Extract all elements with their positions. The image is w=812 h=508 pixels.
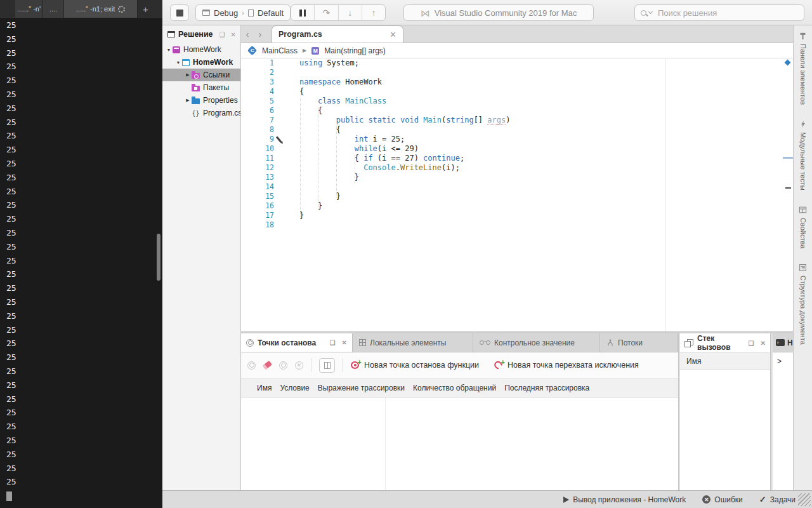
terminal-output-line: 25 [6,171,162,185]
run-configuration-selector[interactable]: Debug › Default [195,4,291,21]
step-into-button[interactable]: ↓ [339,5,362,20]
line-number[interactable]: 7 [241,116,274,125]
stop-button[interactable] [170,4,189,21]
callstack-column-header: Имя [680,352,770,370]
breakpoints-table-body[interactable] [241,398,678,490]
search-placeholder: Поиск решения [658,8,717,18]
search-input[interactable]: Поиск решения [634,4,804,21]
terminal-output-line: 25 [6,337,162,351]
code-token: } [299,201,322,210]
editor-tab-program-cs[interactable]: Program.cs ✕ [272,25,403,43]
breadcrumb-class[interactable]: MainClass [262,46,298,55]
column-header[interactable]: Последняя трассировка [504,384,589,392]
callstack-header: Стек вызовов ❑ ✕ [680,333,770,352]
column-header[interactable]: Количество обращений [413,384,496,392]
columns-button[interactable] [319,358,335,373]
line-number[interactable]: 12 [241,163,274,173]
dock-icon[interactable]: ❑ [219,31,225,38]
line-number[interactable]: 2 [241,68,274,77]
tasks-button[interactable]: ✓ Задачи [759,495,796,504]
line-number[interactable]: 8 [241,125,274,135]
dock-icon[interactable]: ❑ [749,340,754,347]
resize-grip[interactable] [798,493,811,506]
close-icon[interactable]: ✕ [342,339,347,346]
right-tab-модульные-тесты[interactable]: Модульные тесты [799,120,807,190]
terminal-tab[interactable]: ....." -n1; exit [64,0,138,18]
right-tab-панели-элементов[interactable]: Панели элементов [799,32,807,105]
expander-icon[interactable]: ▼ [174,60,182,65]
tab-потоки[interactable]: Потоки [600,333,678,352]
action-exception-add[interactable]: +Новая точка перехвата исключения [494,361,639,370]
action-breakpoint-add[interactable]: +Новая точка останова функции [351,361,479,370]
tab-локальные-элементы[interactable]: Локальные элементы [353,333,473,352]
right-tab-структура-документа[interactable]: Структура документа [799,264,807,345]
tree-item-program.cs[interactable]: {}Program.cs [162,107,240,119]
step-over-button[interactable]: ↷ [315,5,338,20]
check-icon: ✓ [759,495,766,504]
terminal-scrollbar[interactable] [157,234,160,281]
line-number[interactable]: 14 [241,182,274,192]
code-token: if [363,154,372,163]
line-number[interactable]: 4 [241,87,274,97]
editor-area: ‹ › Program.cs ✕ C MainClass ▶ M Main(st… [241,25,793,490]
tree-item-properties[interactable]: ▶Properties [162,94,240,107]
terminal-tab[interactable]: .... [43,0,64,18]
terminal-tabbar-fill [154,0,162,18]
step-out-button[interactable]: ↑ [362,5,385,20]
column-header[interactable]: Выражение трассировки [318,384,405,392]
line-number[interactable]: 15 [241,192,274,201]
expander-icon[interactable]: ▶ [184,72,192,77]
indent-guide [300,98,301,217]
navigate-back-button[interactable]: ‹ [241,25,254,43]
column-header[interactable]: Условие [280,384,309,392]
line-number[interactable]: 9 [241,135,274,144]
tab-breakpoints[interactable]: Точки останова ❑ ✕ [241,333,353,352]
close-tab-icon[interactable]: ✕ [390,30,396,39]
line-number[interactable]: 17 [241,211,274,220]
right-tab-label: Панели элементов [799,44,807,105]
disable-breakpoint-icon[interactable] [279,361,287,370]
code-token [396,116,400,124]
breadcrumb-method[interactable]: Main(string[] args) [324,46,386,55]
tree-item-homework[interactable]: ▼HomeWork [162,43,240,56]
code-editor[interactable]: 1using System;23namespace HomeWork4{5 cl… [241,58,793,331]
dock-icon[interactable]: ❑ [330,339,336,346]
terminal-tabbar-lead [0,0,15,18]
line-number[interactable]: 18 [241,220,274,230]
line-number[interactable]: 6 [241,106,274,116]
terminal-tab[interactable]: ......" -n' [15,0,43,18]
play-icon [563,497,569,503]
line-number[interactable]: 11 [241,154,274,163]
terminal-output[interactable]: 2525252525252525252525252525252525252525… [0,18,162,508]
toggle-breakpoint-icon[interactable] [247,361,256,370]
solution-panel-header: Решение ❑ ✕ [162,25,240,43]
tree-item-homework[interactable]: ▼HomeWork [162,56,240,69]
column-header[interactable]: Имя [257,384,272,392]
tree-item-пакеты[interactable]: Пакеты [162,81,240,94]
errors-button[interactable]: ✕ Ошибки [702,495,743,504]
line-number[interactable]: 10 [241,144,274,154]
tab-контрольное-значение[interactable]: Контрольное значение [473,333,600,352]
expander-icon[interactable]: ▼ [165,48,173,52]
expander-icon[interactable]: ▶ [184,98,192,103]
line-number[interactable]: 5 [241,97,274,106]
immediate-prompt[interactable]: > [773,352,793,366]
tree-item-ссылки[interactable]: ▶Ссылки [162,69,240,81]
line-number[interactable]: 1 [241,58,274,68]
tab-immediate[interactable]: › Н [773,333,793,352]
right-tab-свойства[interactable]: Свойства [799,206,807,248]
navigate-forward-button[interactable]: › [254,25,266,43]
terminal-cursor [6,491,12,501]
line-number[interactable]: 13 [241,173,274,182]
code-token: ; [460,154,464,163]
clear-breakpoints-icon[interactable] [263,361,272,370]
pause-button[interactable] [291,5,315,20]
step-into-icon: ↓ [348,8,352,18]
close-icon[interactable]: ✕ [231,31,236,38]
new-terminal-tab-button[interactable]: + [138,0,154,18]
close-icon[interactable]: ✕ [761,340,766,347]
application-output-button[interactable]: Вывод приложения - HomeWork [563,495,686,504]
line-number[interactable]: 16 [241,201,274,211]
remove-breakpoint-icon[interactable]: ✕ [295,361,303,370]
line-number[interactable]: 3 [241,77,274,87]
